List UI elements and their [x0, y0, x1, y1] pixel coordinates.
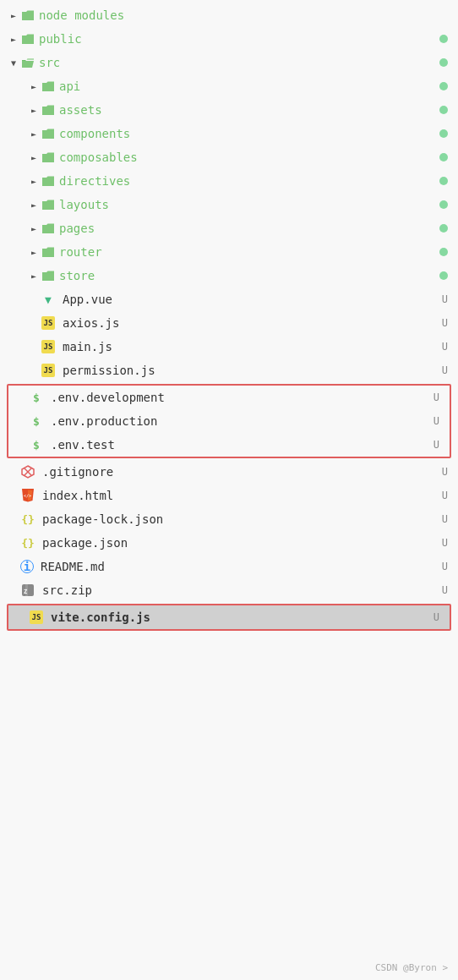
- tree-item-gitignore[interactable]: .gitignore U: [0, 460, 458, 484]
- item-label: src: [39, 56, 439, 69]
- status-dot: [439, 129, 448, 138]
- status-text: U: [442, 584, 448, 596]
- item-label: node_modules: [39, 8, 448, 22]
- tree-item-composables[interactable]: ► composables: [0, 145, 458, 169]
- item-label: package-lock.json: [42, 512, 435, 526]
- tree-item-public[interactable]: ► public: [0, 27, 458, 51]
- tree-item-src-zip[interactable]: Z src.zip U: [0, 578, 458, 602]
- folder-icon: [41, 173, 56, 189]
- status-text: U: [442, 317, 448, 329]
- tree-item-assets[interactable]: ► assets: [0, 98, 458, 122]
- status-text: U: [433, 439, 439, 451]
- tree-item-package-lock-json[interactable]: {} package-lock.json U: [0, 507, 458, 531]
- tree-item-vite-config-js[interactable]: JS vite.config.js U: [8, 605, 450, 629]
- html-icon: </>: [20, 488, 35, 503]
- tree-item-permission-js[interactable]: JS permission.js U: [0, 359, 458, 382]
- status-dot: [439, 153, 448, 162]
- folder-icon: [41, 126, 56, 141]
- folder-icon: [41, 197, 56, 212]
- js-icon: JS: [29, 610, 44, 625]
- svg-text:Z: Z: [24, 589, 27, 595]
- env-icon: $: [29, 390, 44, 405]
- tree-item-directives[interactable]: ► directives: [0, 169, 458, 193]
- status-dot: [439, 271, 448, 280]
- status-dot: [439, 82, 448, 90]
- item-label: api: [59, 79, 439, 93]
- tree-item-index-html[interactable]: </> index.html U: [0, 484, 458, 507]
- folder-icon: [41, 150, 56, 165]
- file-tree: ► node_modules ► public ▼ src: [0, 0, 458, 636]
- chevron-right-icon: ►: [7, 8, 20, 22]
- tree-item-store[interactable]: ► store: [0, 264, 458, 287]
- status-text: U: [442, 341, 448, 353]
- chevron-right-icon: ►: [27, 103, 41, 117]
- tree-item-src[interactable]: ▼ src: [0, 51, 458, 74]
- status-text: U: [433, 415, 439, 427]
- item-label: public: [39, 32, 439, 46]
- item-label: composables: [59, 151, 439, 164]
- tree-item-readme-md[interactable]: i README.md U: [0, 555, 458, 578]
- env-icon: $: [29, 413, 44, 429]
- item-label: src.zip: [42, 583, 435, 597]
- item-label: router: [59, 245, 439, 259]
- tree-item-api[interactable]: ► api: [0, 74, 458, 98]
- folder-icon: [41, 221, 56, 236]
- git-icon: [20, 464, 35, 479]
- tree-item-axios-js[interactable]: JS axios.js U: [0, 311, 458, 335]
- folder-icon: [20, 8, 35, 23]
- svg-text:</>: </>: [24, 493, 31, 498]
- js-icon: JS: [41, 315, 56, 331]
- item-label: package.json: [42, 536, 435, 550]
- item-label: axios.js: [63, 316, 435, 330]
- chevron-right-icon: ►: [27, 269, 41, 282]
- json-icon: {}: [20, 512, 35, 527]
- status-text: U: [433, 391, 439, 403]
- item-label: permission.js: [63, 364, 435, 377]
- folder-icon: [41, 79, 56, 94]
- chevron-right-icon: ►: [27, 151, 41, 164]
- chevron-right-icon: ►: [27, 79, 41, 93]
- status-dot: [439, 177, 448, 185]
- item-label: main.js: [63, 340, 435, 353]
- tree-item-env-test[interactable]: $ .env.test U: [8, 433, 450, 457]
- chevron-right-icon: ►: [27, 174, 41, 188]
- info-icon: i: [20, 560, 34, 573]
- tree-item-router[interactable]: ► router: [0, 240, 458, 264]
- chevron-right-icon: ►: [27, 245, 41, 259]
- tree-item-env-production[interactable]: $ .env.production U: [8, 409, 450, 433]
- item-label: .env.development: [51, 391, 427, 404]
- tree-item-package-json[interactable]: {} package.json U: [0, 531, 458, 555]
- status-text: U: [442, 466, 448, 478]
- item-label: .gitignore: [42, 465, 435, 479]
- folder-icon: [41, 102, 56, 118]
- item-label: layouts: [59, 198, 439, 211]
- tree-item-node_modules[interactable]: ► node_modules: [0, 3, 458, 27]
- js-icon: JS: [41, 339, 56, 354]
- tree-item-main-js[interactable]: JS main.js U: [0, 335, 458, 359]
- tree-item-env-development[interactable]: $ .env.development U: [8, 386, 450, 409]
- tree-item-layouts[interactable]: ► layouts: [0, 193, 458, 216]
- status-text: U: [442, 561, 448, 572]
- tree-item-components[interactable]: ► components: [0, 122, 458, 145]
- chevron-right-icon: ►: [27, 127, 41, 140]
- item-label: directives: [59, 174, 439, 188]
- tree-item-pages[interactable]: ► pages: [0, 216, 458, 240]
- chevron-right-icon: ►: [27, 198, 41, 211]
- watermark: CSDN @Byron >: [375, 962, 448, 973]
- chevron-down-icon: ▼: [7, 56, 20, 69]
- status-text: U: [442, 293, 448, 305]
- folder-icon: [20, 31, 35, 47]
- tree-item-app-vue[interactable]: ▼ App.vue U: [0, 287, 458, 311]
- folder-icon: [41, 268, 56, 283]
- status-text: U: [442, 513, 448, 525]
- status-text: U: [442, 490, 448, 501]
- status-dot: [439, 200, 448, 209]
- status-dot: [439, 106, 448, 114]
- status-dot: [439, 58, 448, 67]
- item-label: components: [59, 127, 439, 140]
- zip-icon: Z: [20, 583, 35, 598]
- folder-open-icon: [20, 55, 35, 70]
- chevron-right-icon: ►: [7, 32, 20, 46]
- status-dot: [439, 35, 448, 43]
- item-label: .env.test: [51, 438, 427, 452]
